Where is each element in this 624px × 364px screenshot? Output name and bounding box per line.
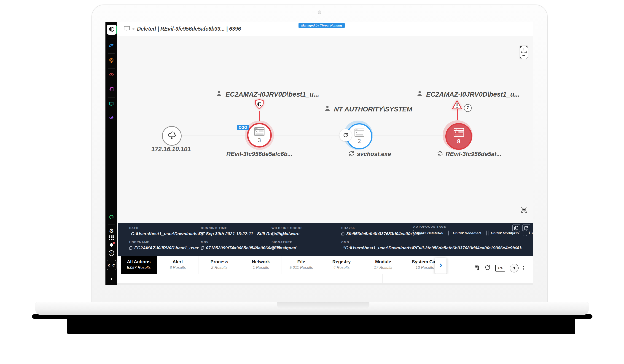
alert-link-line bbox=[457, 109, 458, 120]
action-count: 8 bbox=[457, 138, 460, 145]
query-code-button[interactable]: </> bbox=[495, 265, 505, 272]
node-cgo-process[interactable]: 3 bbox=[247, 123, 272, 148]
tab-label: Process bbox=[199, 259, 240, 264]
column-divider bbox=[171, 274, 171, 283]
process-injection-badge[interactable] bbox=[339, 129, 352, 141]
tab-label: All Actions bbox=[121, 259, 157, 264]
copy-all-button[interactable] bbox=[512, 224, 520, 232]
tab-process[interactable]: Process 2 Results bbox=[199, 256, 240, 274]
alert-triangle-badge[interactable] bbox=[452, 100, 462, 111]
expand-chevron-icon: › bbox=[110, 276, 112, 282]
prevention-shield-badge[interactable] bbox=[254, 99, 265, 112]
tabs-next-button[interactable]: › bbox=[435, 258, 446, 273]
notifications-bell-icon bbox=[109, 243, 114, 248]
sidebar-divider bbox=[108, 68, 115, 68]
laptop-webcam bbox=[318, 10, 321, 14]
tab-module[interactable]: Module 17 Results bbox=[362, 256, 404, 274]
copy-icon[interactable] bbox=[341, 232, 344, 236]
sidebar-item-monitor[interactable] bbox=[109, 101, 114, 107]
field-label: CMD bbox=[341, 240, 522, 244]
terminal-window-icon bbox=[454, 128, 464, 138]
sidebar-item-shield[interactable] bbox=[109, 58, 114, 64]
sidebar-expand-button[interactable]: › bbox=[109, 276, 114, 282]
node-revil-process[interactable]: 8 bbox=[445, 123, 472, 150]
graph-zoom-control[interactable] bbox=[520, 46, 528, 59]
user-icon bbox=[325, 105, 330, 113]
tab-alert[interactable]: Alert 8 Results bbox=[157, 256, 199, 274]
refresh-button[interactable] bbox=[484, 264, 491, 272]
node-revil-label[interactable]: REvil-3fc956de5af... bbox=[435, 151, 503, 158]
copy-icon[interactable] bbox=[271, 232, 275, 236]
autofocus-tag[interactable]: Unit42.DeleteVol... bbox=[413, 230, 448, 236]
sidebar-item-document[interactable] bbox=[109, 87, 114, 92]
export-table-button[interactable] bbox=[474, 264, 480, 272]
tab-all-actions[interactable]: All Actions 5,057 Results bbox=[121, 256, 157, 274]
shield-icon bbox=[109, 58, 114, 64]
results-table-header bbox=[117, 274, 533, 285]
cycle-arrows-icon bbox=[437, 151, 443, 158]
tab-registry[interactable]: Registry 4 Results bbox=[321, 256, 362, 274]
node-revil-user: EC2AMAZ-I0JRV0D\best1_u... bbox=[417, 91, 520, 98]
tab-file[interactable]: File 5,011 Results bbox=[282, 256, 321, 274]
sidebar-item-cortex-home[interactable] bbox=[107, 25, 116, 35]
tab-network[interactable]: Network 1 Results bbox=[240, 256, 282, 274]
status-ring-icon bbox=[109, 214, 114, 221]
wildfire-report-icon[interactable] bbox=[277, 232, 281, 236]
laptop-base-notch bbox=[277, 302, 369, 309]
graph-center-focus-button[interactable] bbox=[520, 206, 527, 213]
open-external-button[interactable] bbox=[522, 224, 530, 232]
alert-count-badge[interactable]: 7 bbox=[464, 104, 472, 112]
copy-icon[interactable] bbox=[129, 246, 132, 250]
sidebar-item-help[interactable]: ? bbox=[109, 250, 114, 256]
field-label: SHA256 bbox=[341, 226, 423, 230]
sidebar-item-notifications[interactable] bbox=[109, 242, 114, 248]
field-md5: MD5 071852099f74a9065e0548a0660aff05 bbox=[201, 240, 280, 250]
user-avatar[interactable]: K C bbox=[107, 260, 116, 270]
notification-dot bbox=[113, 242, 115, 244]
copy-icon[interactable] bbox=[201, 232, 204, 236]
terminal-window-icon bbox=[254, 127, 265, 137]
copy-icon[interactable] bbox=[271, 246, 275, 250]
sidebar-item-broadcast[interactable] bbox=[109, 115, 114, 120]
sidebar-divider bbox=[108, 224, 115, 225]
process-name: REvil-3fc956de5afc6b... bbox=[226, 151, 292, 158]
autofocus-tag[interactable]: Unit42.RenameO... bbox=[451, 230, 487, 236]
tab-results: 4 Results bbox=[321, 265, 362, 270]
field-label: PATH bbox=[129, 226, 205, 230]
filter-button[interactable] bbox=[510, 264, 519, 273]
user-name: NT AUTHORITY\SYSTEM bbox=[334, 106, 412, 113]
sidebar-divider bbox=[108, 112, 115, 112]
active-indicator bbox=[116, 25, 117, 34]
field-label: WILDFIRE SCORE bbox=[271, 226, 303, 230]
column-divider bbox=[435, 274, 435, 283]
sidebar-item-apps[interactable] bbox=[109, 235, 114, 241]
tab-results: 1 Results bbox=[240, 265, 282, 270]
eye-icon bbox=[109, 72, 114, 78]
tab-results: 5,057 Results bbox=[121, 265, 157, 270]
field-value: EC2AMAZ-I0JRV0D\best1_user bbox=[134, 246, 199, 250]
field-value: C:\Users\best1_user\Downloads\REvil-... bbox=[131, 231, 205, 236]
process-name: REvil-3fc956de5af... bbox=[445, 151, 501, 158]
node-svchost-label[interactable]: svchost.exe bbox=[335, 151, 404, 158]
sidebar-divider bbox=[108, 39, 115, 39]
laptop-shadow-block bbox=[67, 318, 575, 334]
sidebar-nav: ⚙ ? bbox=[105, 22, 117, 285]
broadcast-node-icon bbox=[109, 114, 114, 121]
node-cgo-label[interactable]: REvil-3fc956de5afc6b... bbox=[225, 151, 294, 158]
sidebar-item-eye[interactable] bbox=[109, 72, 114, 78]
process-details-panel: PATH C:\Users\best1_user\Downloads\REvil… bbox=[118, 223, 533, 256]
field-label: SIGNATURE bbox=[271, 240, 296, 244]
tab-results: 2 Results bbox=[199, 265, 240, 270]
node-remote-host[interactable] bbox=[162, 126, 182, 146]
sidebar-item-status[interactable] bbox=[109, 215, 114, 220]
node-svchost-user: NT AUTHORITY\SYSTEM bbox=[325, 105, 412, 113]
external-link-icon bbox=[524, 226, 528, 230]
field-value: "C:\Users\best1_user\Downloads\REvil-3fc… bbox=[343, 246, 522, 250]
copy-icon[interactable] bbox=[201, 246, 204, 250]
sidebar-divider bbox=[108, 125, 115, 125]
sidebar-item-settings[interactable]: ⚙ bbox=[109, 228, 114, 234]
chevron-right-icon: › bbox=[440, 260, 442, 270]
more-options-button[interactable] bbox=[523, 265, 524, 271]
sidebar-item-arcs[interactable] bbox=[109, 43, 114, 49]
field-value: 3fc956de5afc6b337683d04ea0fa193... bbox=[346, 231, 423, 236]
